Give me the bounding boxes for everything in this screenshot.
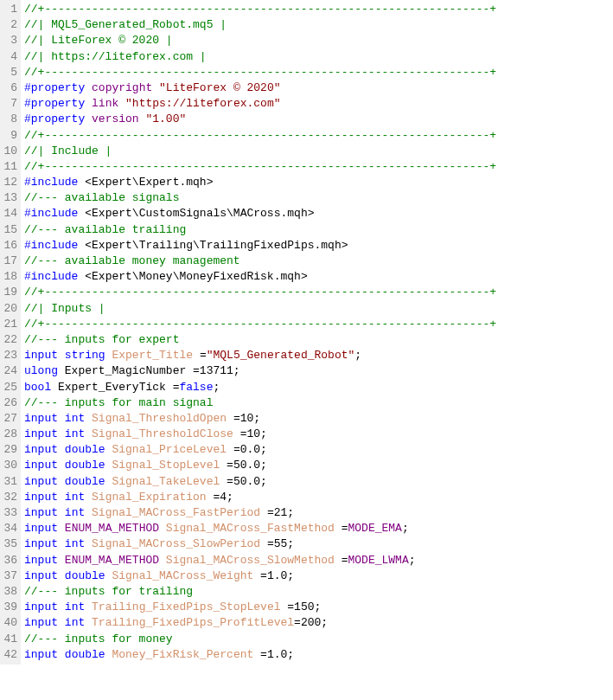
code-line[interactable]: input int Signal_ThresholdOpen =10; <box>24 411 613 427</box>
code-token: copyright <box>92 81 152 94</box>
code-token: =10; <box>227 412 260 425</box>
code-token: int <box>65 537 85 550</box>
code-line[interactable]: input int Signal_Expiration =4; <box>24 490 613 505</box>
code-token <box>58 475 65 488</box>
code-line[interactable]: input int Signal_MACross_FastPeriod =21; <box>24 505 613 521</box>
code-token <box>58 616 65 629</box>
code-token: "MQL5_Generated_Robot" <box>207 349 355 362</box>
code-line[interactable]: input int Trailing_FixedPips_StopLevel =… <box>24 600 613 615</box>
code-line[interactable]: //| Include | <box>24 144 613 159</box>
code-token <box>85 427 92 440</box>
code-line[interactable]: input double Signal_StopLevel =50.0; <box>24 458 613 473</box>
code-token: ; <box>402 522 409 535</box>
line-number: 4 <box>2 49 17 65</box>
line-number: 1 <box>2 2 17 17</box>
line-number: 38 <box>2 584 17 600</box>
code-line[interactable]: //--- inputs for main signal <box>24 395 613 411</box>
code-line[interactable]: input int Signal_MACross_SlowPeriod =55; <box>24 536 613 552</box>
code-token: input <box>24 412 58 425</box>
code-token: input <box>24 569 58 582</box>
code-line[interactable]: input string Expert_Title ="MQL5_Generat… <box>24 348 613 363</box>
code-token <box>58 491 65 504</box>
code-line[interactable]: //| MQL5_Generated_Robot.mq5 | <box>24 17 613 33</box>
code-line[interactable]: //+-------------------------------------… <box>24 285 613 300</box>
code-line[interactable]: //--- inputs for money <box>24 632 613 647</box>
code-token <box>85 491 92 504</box>
code-token: Signal_TakeLevel <box>112 475 220 488</box>
code-line[interactable]: //--- available signals <box>24 190 613 206</box>
code-line[interactable]: input double Signal_TakeLevel =50.0; <box>24 474 613 490</box>
code-line[interactable]: //--- inputs for trailing <box>24 584 613 600</box>
code-line[interactable]: #property version "1.00" <box>24 112 613 127</box>
code-line[interactable]: #include <Expert\Trailing\TrailingFixedP… <box>24 238 613 254</box>
line-number: 22 <box>2 332 17 348</box>
code-line[interactable]: ulong Expert_MagicNumber =13711; <box>24 363 613 379</box>
code-token: int <box>65 616 85 629</box>
code-token: ; <box>213 381 220 394</box>
line-number: 28 <box>2 427 17 442</box>
code-token: <Expert\CustomSignals\MACross.mqh> <box>85 207 314 220</box>
code-token <box>85 600 92 613</box>
code-line[interactable]: bool Expert_EveryTick =false; <box>24 380 613 395</box>
code-token: Expert_EveryTick = <box>51 381 179 394</box>
code-line[interactable]: input ENUM_MA_METHOD Signal_MACross_Fast… <box>24 521 613 536</box>
code-line[interactable]: //| https://liteforex.com | <box>24 49 613 65</box>
code-token: //--- available signals <box>24 191 179 204</box>
code-line[interactable]: //--- available trailing <box>24 222 613 238</box>
code-token: =1.0; <box>253 569 294 582</box>
code-line[interactable]: //| Inputs | <box>24 301 613 317</box>
code-line[interactable]: #include <Expert\Expert.mqh> <box>24 175 613 190</box>
code-token: //--- inputs for trailing <box>24 585 193 598</box>
line-number: 25 <box>2 380 17 395</box>
code-line[interactable]: //--- available money management <box>24 254 613 269</box>
code-line[interactable]: //--- inputs for expert <box>24 332 613 348</box>
code-token: = <box>193 349 207 362</box>
code-line[interactable]: input double Signal_PriceLevel =0.0; <box>24 442 613 458</box>
code-line[interactable]: input ENUM_MA_METHOD Signal_MACross_Slow… <box>24 553 613 568</box>
code-token: bool <box>24 381 51 394</box>
code-token: //--- inputs for expert <box>24 333 179 346</box>
code-line[interactable]: input double Signal_MACross_Weight =1.0; <box>24 568 613 584</box>
code-content[interactable]: //+-------------------------------------… <box>21 0 613 665</box>
code-token: Signal_MACross_FastMethod <box>166 522 335 535</box>
code-line[interactable]: //+-------------------------------------… <box>24 65 613 80</box>
code-token <box>58 554 65 567</box>
line-number: 6 <box>2 80 17 96</box>
code-token <box>58 427 65 440</box>
code-token: //| LiteForex © 2020 | <box>24 34 173 47</box>
code-line[interactable]: //+-------------------------------------… <box>24 159 613 175</box>
line-number: 9 <box>2 128 17 144</box>
code-token: "https://liteforex.com" <box>125 97 280 110</box>
code-line[interactable]: #include <Expert\CustomSignals\MACross.m… <box>24 206 613 222</box>
code-token: MODE_EMA <box>348 522 402 535</box>
code-line[interactable]: #property link "https://liteforex.com" <box>24 96 613 112</box>
code-line[interactable]: input double Money_FixRisk_Percent =1.0; <box>24 647 613 663</box>
code-line[interactable]: input int Signal_ThresholdClose =10; <box>24 427 613 442</box>
line-number: 31 <box>2 474 17 490</box>
code-token: Money_FixRisk_Percent <box>112 648 253 661</box>
code-line[interactable]: //+-------------------------------------… <box>24 2 613 17</box>
line-number: 14 <box>2 206 17 222</box>
line-number: 29 <box>2 442 17 458</box>
code-token: //--- available trailing <box>24 223 186 236</box>
code-token <box>58 537 65 550</box>
code-token: =50.0; <box>220 459 267 472</box>
code-line[interactable]: //+-------------------------------------… <box>24 317 613 332</box>
code-token: Expert_MagicNumber =13711; <box>58 364 240 377</box>
code-token <box>159 554 166 567</box>
code-line[interactable]: //+-------------------------------------… <box>24 128 613 144</box>
code-token: Trailing_FixedPips_ProfitLevel <box>92 616 294 629</box>
code-token: //--- available money management <box>24 254 240 267</box>
code-token: //| Include | <box>24 144 112 157</box>
code-line[interactable]: #property copyright "LiteForex © 2020" <box>24 80 613 96</box>
code-token: //| MQL5_Generated_Robot.mq5 | <box>24 18 227 31</box>
code-token: = <box>335 554 348 567</box>
code-token: input <box>24 506 58 519</box>
code-line[interactable]: //| LiteForex © 2020 | <box>24 33 613 48</box>
code-line[interactable]: #include <Expert\Money\MoneyFixedRisk.mq… <box>24 269 613 285</box>
code-token: ; <box>354 349 361 362</box>
code-line[interactable]: input int Trailing_FixedPips_ProfitLevel… <box>24 615 613 631</box>
code-token: #include <box>24 270 78 283</box>
code-token: #include <box>24 207 78 220</box>
line-number: 12 <box>2 175 17 190</box>
